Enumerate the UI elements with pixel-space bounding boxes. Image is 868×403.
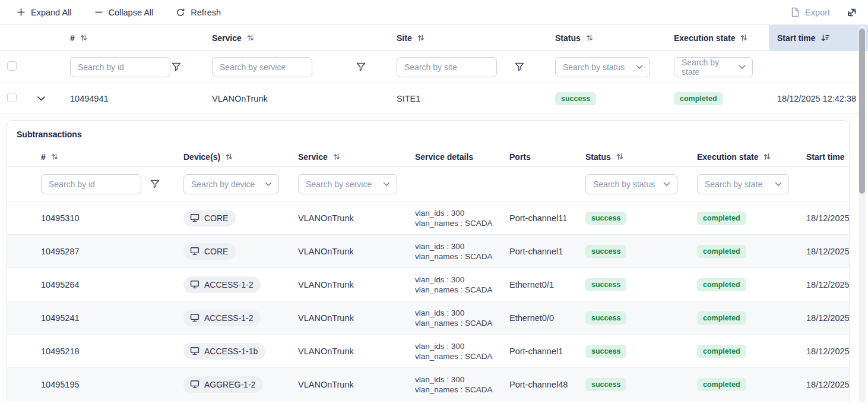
status-filter-select[interactable]: Search by status <box>555 57 650 77</box>
select-all-checkbox[interactable] <box>7 61 17 71</box>
monitor-icon <box>190 313 199 322</box>
status-badge: success <box>585 278 626 291</box>
filter-funnel-icon[interactable] <box>172 62 181 71</box>
sub-column-header-status[interactable]: Status <box>578 147 690 166</box>
service-details-line1: vlan_ids : 300 <box>415 341 502 351</box>
subtransaction-row[interactable]: 10495287 CORE VLANOnTrunk vlan_ <box>7 235 849 268</box>
sort-updown-icon <box>417 34 425 42</box>
subtransaction-ports: Ethernet0/1 <box>502 280 578 289</box>
sort-updown-icon <box>616 153 623 160</box>
sort-updown-icon <box>764 153 771 160</box>
subtransaction-row[interactable]: 10495241 ACCESS-1-2 VLANOnTrunk <box>7 301 849 335</box>
filter-funnel-icon[interactable] <box>356 62 366 71</box>
transaction-id: 10494941 <box>63 94 205 103</box>
service-details-line2: vlan_names : SCADA <box>415 251 502 262</box>
collapse-all-button[interactable]: Collapse All <box>94 8 154 17</box>
status-badge: success <box>585 378 626 391</box>
expand-view-button[interactable] <box>847 7 857 18</box>
transactions-filter-row: Search by status Search by state <box>0 51 868 83</box>
execution-state-badge: completed <box>697 212 746 225</box>
device-name: CORE <box>204 213 228 223</box>
refresh-icon <box>176 8 185 17</box>
state-filter-placeholder: Search by state <box>682 58 739 77</box>
service-details-line1: vlan_ids : 300 <box>415 208 502 218</box>
sub-column-header-status-label: Status <box>585 152 611 162</box>
chevron-down-icon <box>383 182 390 187</box>
column-header-start-time[interactable]: Start time <box>769 25 868 51</box>
sub-column-header-start-time[interactable]: Start time <box>799 147 849 166</box>
filter-funnel-icon[interactable] <box>150 180 160 188</box>
column-header-status[interactable]: Status <box>548 25 667 51</box>
device-chip: ACCESS-1-1b <box>183 343 265 360</box>
subtransaction-row[interactable]: 10495195 AGGREG-1-2 VLANOnTrunk <box>7 368 849 401</box>
service-details: vlan_ids : 300 vlan_names : SCADA <box>408 341 502 361</box>
sub-column-header-ports-label: Ports <box>509 152 531 162</box>
service-details: vlan_ids : 300 vlan_names : SCADA <box>408 241 502 262</box>
device-chip: AGGREG-1-2 <box>183 376 263 393</box>
sub-column-header-execution-state[interactable]: Execution state <box>690 147 799 166</box>
column-header-id[interactable]: # <box>63 25 205 51</box>
sub-column-header-devices-label: Device(s) <box>183 152 220 162</box>
service-search-input[interactable] <box>212 57 312 77</box>
transaction-row[interactable]: 10494941 VLANOnTrunk SITE1 success compl… <box>0 83 868 114</box>
transactions-table: # Service Site Status <box>0 25 868 114</box>
id-search-input[interactable] <box>70 57 170 77</box>
sub-column-header-service[interactable]: Service <box>291 147 408 166</box>
row-expander-chevron-down-icon[interactable] <box>37 96 63 102</box>
expand-all-button[interactable]: Expand All <box>17 8 72 17</box>
subtransaction-ports: Port-channel1 <box>502 347 578 356</box>
service-details-line1: vlan_ids : 300 <box>415 241 502 251</box>
state-filter-select[interactable]: Search by state <box>674 57 753 77</box>
sub-device-filter-select[interactable]: Search by device <box>183 174 279 194</box>
column-header-service-label: Service <box>212 33 242 43</box>
column-header-service[interactable]: Service <box>205 25 389 51</box>
export-button[interactable]: Export <box>791 7 830 17</box>
subtransaction-row[interactable]: 10495264 ACCESS-1-2 VLANOnTrunk <box>7 268 849 301</box>
column-header-status-label: Status <box>555 33 581 43</box>
refresh-button[interactable]: Refresh <box>176 8 221 17</box>
sub-state-filter-select[interactable]: Search by state <box>697 174 789 194</box>
expand-all-label: Expand All <box>31 8 72 17</box>
sub-column-header-execution-state-label: Execution state <box>697 152 758 162</box>
sub-column-header-ports: Ports <box>502 147 578 166</box>
subtransaction-row[interactable]: 10495310 CORE VLANOnTrunk vlan_ <box>7 202 849 235</box>
device-name: ACCESS-1-1b <box>204 347 258 356</box>
column-header-site[interactable]: Site <box>389 25 548 51</box>
sub-column-header-id[interactable]: # <box>34 147 176 166</box>
sub-column-header-start-time-label: Start time <box>806 152 845 162</box>
status-badge: success <box>585 212 626 225</box>
sort-updown-icon <box>226 153 233 160</box>
filter-funnel-icon[interactable] <box>515 62 524 71</box>
sub-service-filter-select[interactable]: Search by service <box>298 174 397 194</box>
service-details-line1: vlan_ids : 300 <box>415 275 502 285</box>
vertical-scrollbar-thumb[interactable] <box>859 29 865 194</box>
monitor-icon <box>190 347 199 355</box>
sub-service-filter-placeholder: Search by service <box>306 180 372 189</box>
device-chip: ACCESS-1-2 <box>183 276 261 293</box>
sub-state-filter-placeholder: Search by state <box>705 180 762 189</box>
transaction-site: SITE1 <box>389 94 548 103</box>
monitor-icon <box>190 280 199 289</box>
site-search-input[interactable] <box>397 57 497 77</box>
subtransaction-id: 10495310 <box>34 213 176 223</box>
execution-state-badge: completed <box>674 92 723 105</box>
subtransactions-filter-row: Search by device Search by service Searc… <box>7 167 849 202</box>
subtransaction-id: 10495241 <box>34 313 176 323</box>
row-checkbox[interactable] <box>7 93 17 102</box>
chevron-down-icon <box>265 182 272 187</box>
device-name: AGGREG-1-2 <box>204 380 255 389</box>
service-details: vlan_ids : 300 vlan_names : SCADA <box>408 208 502 228</box>
sort-updown-icon <box>740 34 747 42</box>
subtransaction-row[interactable]: 10495218 ACCESS-1-1b VLANOnTrunk <box>7 335 849 368</box>
sort-updown-icon <box>51 153 58 160</box>
sort-updown-icon <box>80 34 87 42</box>
sub-status-filter-select[interactable]: Search by status <box>585 174 677 194</box>
service-details-line1: vlan_ids : 300 <box>415 374 502 385</box>
vertical-scrollbar[interactable] <box>859 26 866 403</box>
sort-updown-icon <box>586 34 593 42</box>
sub-column-header-devices[interactable]: Device(s) <box>176 147 291 166</box>
sub-id-search-input[interactable] <box>41 174 141 194</box>
subtransaction-ports: Port-channel48 <box>502 380 578 389</box>
column-header-execution-state[interactable]: Execution state <box>667 25 769 51</box>
chevron-down-icon <box>739 65 746 70</box>
